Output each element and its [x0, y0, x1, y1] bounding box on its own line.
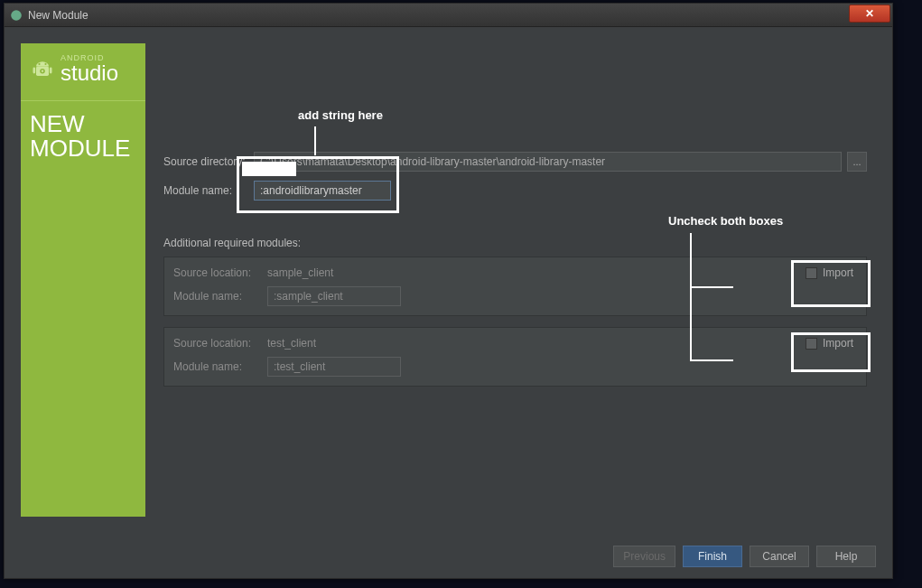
- module1-src-label: Source location:: [173, 266, 267, 279]
- svg-point-2: [38, 62, 40, 64]
- module-name-input[interactable]: [254, 181, 391, 201]
- svg-point-7: [42, 70, 43, 71]
- module-name-label: Module name:: [163, 184, 254, 197]
- import-checkbox-2[interactable]: [806, 338, 817, 350]
- sidebar-heading: NEW MODULE: [30, 112, 136, 162]
- main-panel: Source directory: ... Module name: Addit…: [145, 43, 876, 517]
- module2-name-label: Module name:: [173, 360, 267, 373]
- source-directory-label: Source directory:: [163, 155, 254, 168]
- heading-line-1: NEW: [30, 112, 136, 136]
- module2-src-value: test_client: [267, 337, 316, 350]
- close-button[interactable]: ✕: [849, 5, 890, 23]
- svg-rect-5: [50, 67, 52, 73]
- help-button[interactable]: Help: [816, 546, 876, 567]
- cancel-button[interactable]: Cancel: [750, 546, 809, 567]
- module2-name-row: Module name:: [173, 357, 857, 377]
- heading-line-2: MODULE: [30, 136, 136, 161]
- module-block-1: Import Source location: sample_client Mo…: [163, 257, 867, 316]
- module1-name-label: Module name:: [173, 290, 267, 303]
- module1-name-row: Module name:: [173, 286, 857, 306]
- svg-rect-4: [33, 67, 36, 73]
- sidebar: ANDROID studio NEW MODULE: [21, 43, 145, 517]
- module2-src-row: Source location: test_client: [173, 337, 857, 350]
- module2-name-input[interactable]: [267, 357, 401, 377]
- module1-src-row: Source location: sample_client: [173, 266, 857, 279]
- additional-modules-header: Additional required modules:: [163, 237, 867, 249]
- previous-button[interactable]: Previous: [613, 546, 675, 567]
- import-label-2: Import: [823, 337, 853, 350]
- source-directory-input[interactable]: [254, 152, 842, 172]
- dialog-content: ANDROID studio NEW MODULE Source directo…: [5, 27, 892, 533]
- import-checkbox-1[interactable]: [806, 267, 817, 279]
- import-label-1: Import: [823, 266, 853, 279]
- android-icon: [30, 57, 55, 82]
- sidebar-divider: [21, 100, 145, 101]
- module1-src-value: sample_client: [267, 266, 333, 279]
- brand: ANDROID studio: [30, 54, 136, 84]
- browse-button[interactable]: ...: [847, 152, 867, 172]
- titlebar: New Module ✕: [5, 4, 892, 27]
- module-name-row: Module name:: [163, 181, 867, 201]
- module1-name-input[interactable]: [267, 286, 401, 306]
- svg-point-3: [44, 62, 46, 64]
- button-bar: Previous Finish Cancel Help: [5, 533, 892, 578]
- app-icon: [10, 9, 23, 22]
- finish-button[interactable]: Finish: [683, 546, 742, 567]
- close-icon: ✕: [865, 7, 874, 20]
- svg-point-0: [11, 10, 22, 21]
- import-check-1: Import: [806, 266, 853, 279]
- dialog-window: New Module ✕: [4, 3, 893, 579]
- source-directory-row: Source directory: ...: [163, 152, 867, 172]
- import-check-2: Import: [806, 337, 853, 350]
- module-block-2: Import Source location: test_client Modu…: [163, 327, 867, 387]
- brand-main: studio: [61, 62, 118, 84]
- module2-src-label: Source location:: [173, 337, 267, 350]
- window-title: New Module: [28, 9, 88, 22]
